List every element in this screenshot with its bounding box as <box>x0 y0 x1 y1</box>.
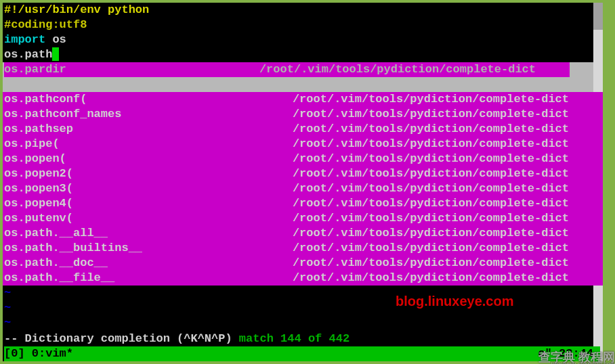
completion-item-name: os.popen( <box>4 152 66 166</box>
code-shebang: #!/usr/bin/env python <box>4 3 149 16</box>
completion-item-name: os.popen3( <box>4 181 73 196</box>
completion-item[interactable]: os.pipe(/root/.vim/tools/pydiction/compl… <box>3 137 603 152</box>
completion-item-source: /root/.vim/tools/pydiction/complete-dict <box>293 226 569 241</box>
completion-item-name: os.pardir <box>4 62 66 77</box>
match-count: match 144 of 442 <box>239 332 349 345</box>
empty-line: ~ <box>3 315 603 330</box>
completion-item-source: /root/.vim/tools/pydiction/complete-dict <box>293 196 569 211</box>
completion-selected[interactable]: os.pardir /root/.vim/tools/pydiction/com… <box>3 62 603 77</box>
completion-item-name: os.putenv( <box>4 211 73 226</box>
completion-item-source: /root/.vim/tools/pydiction/complete-dict <box>293 122 569 137</box>
code-coding: #coding:utf8 <box>4 18 87 31</box>
completion-item[interactable]: os.pathsep/root/.vim/tools/pydiction/com… <box>3 122 603 137</box>
completion-item-source: /root/.vim/tools/pydiction/complete-dict <box>293 92 569 107</box>
tmux-status-bar: [0] 0:vim* o" 23:44 <box>4 346 600 361</box>
completion-item-source: /root/.vim/tools/pydiction/complete-dict <box>259 62 536 77</box>
completion-item-name: os.pathsep <box>4 122 73 137</box>
completion-item-source: /root/.vim/tools/pydiction/complete-dict <box>293 256 569 271</box>
completion-item-name: os.pipe( <box>4 137 60 152</box>
completion-item[interactable]: os.path.__file__/root/.vim/tools/pydicti… <box>3 271 603 286</box>
keyword-import: import <box>4 33 45 46</box>
completion-item[interactable]: os.pathconf_names/root/.vim/tools/pydict… <box>3 107 603 122</box>
watermark-blog-url: blog.linuxeye.com <box>396 294 513 309</box>
typed-text: os.path <box>4 48 52 61</box>
completion-popup[interactable]: os.pathconf(/root/.vim/tools/pydiction/c… <box>3 92 603 286</box>
completion-item-name: os.pathconf_names <box>4 107 121 122</box>
completion-item-source: /root/.vim/tools/pydiction/complete-dict <box>293 241 569 256</box>
completion-item-name: os.popen2( <box>4 166 73 181</box>
completion-item-name: os.path.__file__ <box>4 271 114 286</box>
tmux-left: [0] 0:vim* <box>4 347 73 360</box>
completion-item-name: os.pathconf( <box>4 92 87 107</box>
completion-item-name: os.popen4( <box>4 196 73 211</box>
completion-item-name: os.path.__doc__ <box>4 256 108 271</box>
completion-item-source: /root/.vim/tools/pydiction/complete-dict <box>293 137 569 152</box>
completion-gap <box>3 77 603 92</box>
completion-item[interactable]: os.putenv(/root/.vim/tools/pydiction/com… <box>3 211 603 226</box>
vim-mode-status: -- Dictionary completion (^K^N^P) match … <box>4 332 349 346</box>
completion-item[interactable]: os.popen(/root/.vim/tools/pydiction/comp… <box>3 152 603 166</box>
watermark-chinese: 查字典 教程网 jiaocheng.chazidian.com <box>538 349 615 364</box>
completion-item-source: /root/.vim/tools/pydiction/complete-dict <box>293 211 569 226</box>
completion-item-name: os.path.__all__ <box>4 226 108 241</box>
scroll-thumb[interactable] <box>593 3 603 30</box>
completion-item[interactable]: os.path.__all__/root/.vim/tools/pydictio… <box>3 226 603 241</box>
completion-item[interactable]: os.pathconf(/root/.vim/tools/pydiction/c… <box>3 92 603 107</box>
completion-item-source: /root/.vim/tools/pydiction/complete-dict <box>293 181 569 196</box>
module-os: os <box>45 33 66 46</box>
completion-item[interactable]: os.path.__doc__/root/.vim/tools/pydictio… <box>3 256 603 271</box>
completion-item-source: /root/.vim/tools/pydiction/complete-dict <box>293 271 569 286</box>
completion-item-name: os.path.__builtins__ <box>4 241 142 256</box>
completion-item[interactable]: os.popen2(/root/.vim/tools/pydiction/com… <box>3 166 603 181</box>
completion-item[interactable]: os.popen4(/root/.vim/tools/pydiction/com… <box>3 196 603 211</box>
completion-item[interactable]: os.path.__builtins__/root/.vim/tools/pyd… <box>3 241 603 256</box>
cursor <box>52 47 59 61</box>
completion-item-source: /root/.vim/tools/pydiction/complete-dict <box>293 152 569 166</box>
completion-item[interactable]: os.popen3(/root/.vim/tools/pydiction/com… <box>3 181 603 196</box>
completion-item-source: /root/.vim/tools/pydiction/complete-dict <box>293 166 569 181</box>
completion-item-source: /root/.vim/tools/pydiction/complete-dict <box>293 107 569 122</box>
